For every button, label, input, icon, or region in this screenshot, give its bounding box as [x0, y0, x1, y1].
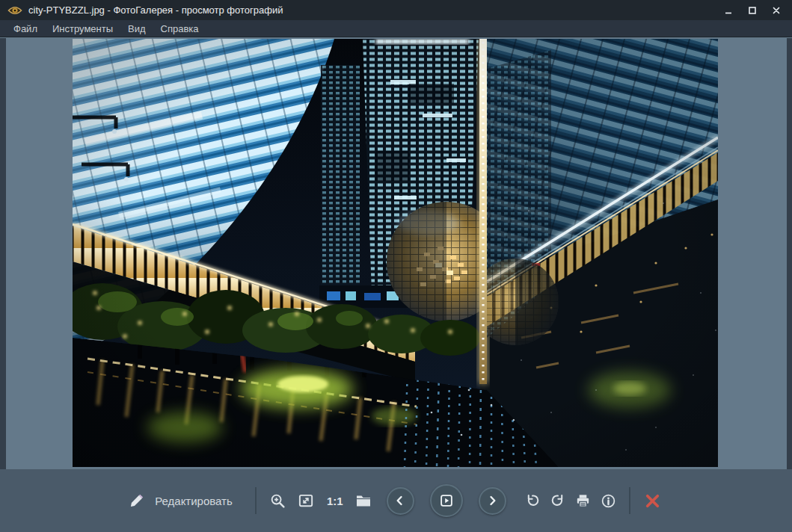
toolbar-divider	[629, 487, 630, 514]
rotate-right-icon[interactable]	[545, 487, 571, 514]
slideshow-play-icon[interactable]	[430, 484, 463, 517]
open-folder-icon[interactable]	[349, 487, 378, 514]
maximize-icon[interactable]	[743, 2, 762, 19]
window-controls	[719, 2, 786, 19]
fit-to-window-icon[interactable]	[292, 487, 321, 514]
edit-label: Редактировать	[155, 495, 233, 507]
minimize-icon[interactable]	[719, 2, 738, 19]
pencil-icon	[129, 492, 145, 509]
titlebar: city-PTYBZZL.jpg - ФотоГалерея - просмот…	[0, 0, 792, 20]
printer-icon[interactable]	[571, 487, 596, 514]
edit-button[interactable]: Редактировать	[124, 492, 237, 510]
menu-view[interactable]: Вид	[120, 21, 153, 37]
eye-icon	[7, 5, 22, 16]
right-tools-group	[520, 487, 621, 514]
menubar: Файл Инструменты Вид Справка	[0, 20, 792, 37]
photo-canvas[interactable]	[73, 39, 718, 467]
navigation-group	[387, 484, 506, 517]
zoom-in-icon[interactable]	[264, 487, 292, 514]
menu-file[interactable]: Файл	[6, 21, 45, 37]
close-icon[interactable]	[767, 2, 786, 19]
night-city-photo	[73, 39, 718, 467]
menu-help[interactable]: Справка	[153, 21, 206, 37]
info-icon[interactable]	[596, 487, 621, 514]
next-arrow-icon[interactable]	[479, 487, 506, 515]
previous-arrow-icon[interactable]	[387, 487, 414, 515]
toolbar: Редактировать 1:1	[0, 469, 792, 532]
menu-tools[interactable]: Инструменты	[45, 21, 120, 37]
window-title: city-PTYBZZL.jpg - ФотоГалерея - просмот…	[28, 4, 283, 16]
photo-viewer-window: city-PTYBZZL.jpg - ФотоГалерея - просмот…	[0, 0, 792, 532]
delete-x-icon[interactable]	[638, 487, 668, 514]
toolbar-divider	[255, 487, 257, 514]
rotate-left-icon[interactable]	[520, 487, 545, 514]
actual-size-button[interactable]: 1:1	[321, 495, 349, 507]
